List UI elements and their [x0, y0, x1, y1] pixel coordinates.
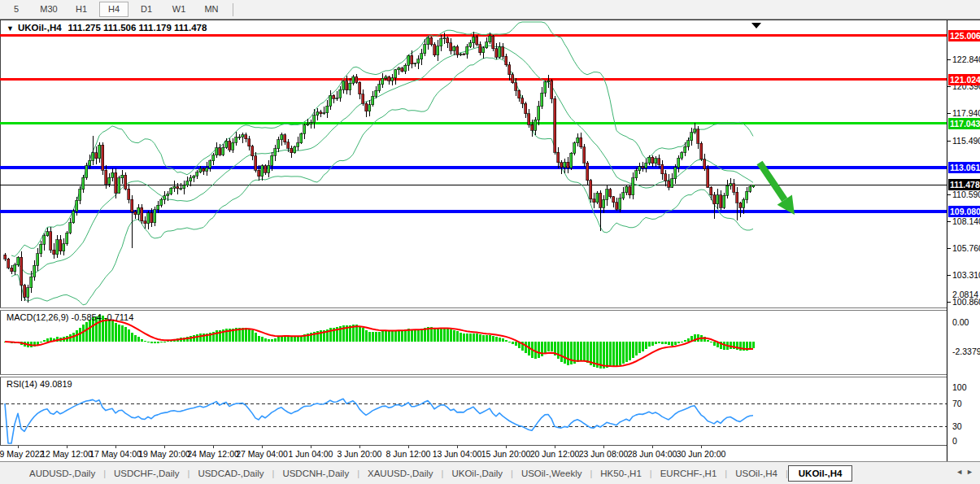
macd-histogram-bar: [687, 338, 690, 342]
macd-histogram-bar: [375, 332, 377, 342]
candle-body: [115, 172, 117, 193]
candle-body: [105, 170, 107, 184]
timeframe-button-w1[interactable]: W1: [164, 2, 194, 17]
tabs-scroll-left-icon[interactable]: ◄: [956, 468, 966, 476]
tab-xauusd-daily[interactable]: XAUUSD-,Daily: [359, 465, 442, 482]
rsi-axis-label: 100: [952, 382, 967, 392]
macd-histogram-bar: [619, 342, 621, 365]
candle-body: [248, 139, 250, 146]
tab-usoil-weekly[interactable]: USOil-,Weekly: [513, 465, 590, 482]
tab-eurchf-h1[interactable]: EURCHF-,H1: [652, 465, 725, 482]
timeframe-button-h1[interactable]: H1: [67, 2, 96, 17]
macd-histogram-bar: [638, 342, 641, 353]
tab-ukoil-daily[interactable]: UKOil-,Daily: [443, 465, 511, 482]
candle-body: [632, 178, 634, 195]
tabs-scroll-right-icon[interactable]: ►: [966, 468, 977, 476]
tab-hk50-h1[interactable]: HK50-,H1: [592, 465, 650, 482]
candle-body: [206, 168, 208, 171]
candle-body: [694, 129, 696, 133]
timeframe-button-d1[interactable]: D1: [132, 2, 161, 17]
tab-usoil-h4[interactable]: USOil-,H4: [727, 465, 786, 482]
candle-body: [359, 82, 361, 94]
macd-histogram-bar: [713, 342, 716, 346]
macd-histogram-bar: [433, 328, 436, 342]
macd-histogram-bar: [658, 342, 660, 343]
candle-body: [684, 146, 686, 152]
candle-body: [59, 240, 62, 251]
tab-usdchf-daily[interactable]: USDCHF-,Daily: [106, 465, 188, 482]
macd-histogram-bar: [655, 342, 657, 344]
candle-body: [7, 259, 10, 268]
candle-body: [154, 210, 156, 223]
macd-histogram-bar: [43, 340, 46, 342]
candle-body: [33, 265, 36, 277]
macd-histogram-bar: [274, 338, 277, 342]
candle-body: [118, 178, 120, 193]
candle-body: [307, 124, 309, 125]
macd-histogram-bar: [316, 331, 319, 342]
candle-body: [183, 185, 185, 189]
candle-body: [277, 140, 280, 149]
candle-body: [235, 137, 237, 142]
candle-body: [271, 155, 273, 165]
time-axis[interactable]: 9 May 202212 May 12:0017 May 04:0019 May…: [0, 446, 947, 462]
candle-body: [697, 129, 699, 143]
candle-body: [147, 213, 150, 224]
candle-body: [225, 141, 228, 147]
macd-histogram-bar: [681, 342, 683, 342]
candle-body: [414, 63, 416, 64]
main-chart-canvas[interactable]: [0, 20, 947, 307]
macd-histogram-bar: [564, 342, 566, 364]
candle-body: [746, 191, 748, 199]
chart-symbol-label: UKOil-,H4: [18, 23, 62, 33]
macd-histogram-bar: [365, 330, 368, 342]
macd-histogram-bar: [108, 320, 111, 342]
candle-body: [736, 192, 738, 203]
chevron-down-icon: ▼: [7, 24, 14, 33]
tab-audusd-daily[interactable]: AUDUSD-,Daily: [21, 465, 103, 482]
time-tick: [457, 446, 458, 448]
macd-histogram-bar: [245, 328, 247, 342]
macd-histogram-bar: [89, 320, 91, 342]
macd-histogram-bar: [551, 342, 553, 351]
candle-body: [27, 288, 29, 298]
macd-histogram-bar: [368, 332, 371, 342]
candle-body: [570, 153, 573, 168]
candle-body: [128, 189, 130, 199]
candle-body: [238, 137, 241, 137]
macd-histogram-bar: [512, 342, 514, 344]
macd-histogram-bar: [381, 331, 384, 342]
tab-usdcad-daily[interactable]: USDCAD-,Daily: [189, 465, 272, 482]
macd-histogram-bar: [612, 342, 615, 366]
candle-body: [580, 137, 582, 147]
timeframe-button-h4[interactable]: H4: [99, 2, 128, 17]
price-tick: [947, 141, 951, 142]
time-label: 17 May 04:00: [89, 449, 142, 459]
macd-histogram-bar: [749, 342, 751, 349]
candle-body: [372, 96, 374, 105]
price-label: 117.940: [952, 108, 980, 118]
macd-histogram-bar: [707, 340, 709, 342]
candle-body: [489, 36, 491, 42]
time-label: 15 Jun 20:00: [481, 449, 531, 459]
time-tick: [262, 446, 263, 448]
macd-histogram-bar: [492, 336, 494, 342]
price-scale[interactable]: 122.840120.390117.940115.490110.590108.1…: [947, 20, 980, 462]
candle-body: [508, 65, 511, 75]
price-tick: [947, 194, 951, 195]
timeframe-button-m30[interactable]: M30: [34, 2, 63, 17]
timeframe-button-mn[interactable]: MN: [197, 2, 226, 17]
candle-body: [98, 145, 101, 158]
candle-body: [245, 135, 247, 139]
macd-histogram-bar: [362, 328, 364, 342]
tab-ukoil-h4[interactable]: UKOil-,H4: [788, 465, 853, 482]
tab-usdcnh-daily[interactable]: USDCNH-,Daily: [274, 465, 357, 482]
candle-body: [274, 149, 277, 156]
timeframe-button-5[interactable]: 5: [2, 2, 31, 17]
candle-body: [586, 163, 589, 180]
candle-body: [53, 250, 55, 255]
macd-histogram-bar: [154, 342, 156, 343]
candle-body: [664, 174, 667, 181]
macd-histogram-bar: [404, 329, 407, 342]
candle-body: [20, 257, 23, 285]
